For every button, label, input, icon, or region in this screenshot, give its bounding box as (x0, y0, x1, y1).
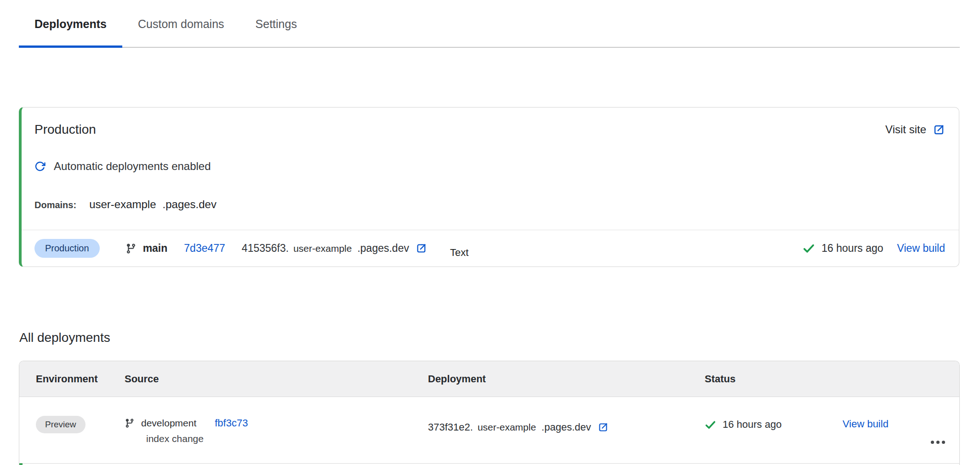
domains-row: Domains: user-example .pages.dev (34, 198, 217, 212)
success-check-icon (705, 419, 716, 431)
text-annotation: Text (450, 247, 468, 259)
source-cell: development fbf3c73 index change (125, 397, 428, 463)
all-deployments-heading: All deployments (19, 330, 110, 345)
git-branch-icon (125, 243, 137, 254)
view-build-link[interactable]: View build (843, 418, 889, 430)
deployment-url-hash: 415356f3. (242, 242, 289, 255)
column-header-source: Source (125, 373, 428, 385)
commit-link[interactable]: fbf3c73 (215, 417, 248, 429)
production-card: Production Visit site Automatic deployme… (19, 107, 959, 267)
tab-settings[interactable]: Settings (240, 0, 313, 48)
external-link-icon (933, 124, 945, 136)
tabs: Deployments Custom domains Settings (19, 0, 960, 48)
git-branch-icon (125, 418, 135, 428)
production-title: Production (34, 122, 96, 137)
deployments-table: Environment Source Deployment Status Pre… (19, 361, 960, 465)
deployment-table-row: Preview development fbf3c73 index change… (19, 397, 959, 464)
tab-deployments[interactable]: Deployments (19, 0, 122, 48)
auto-deploy-text: Automatic deployments enabled (54, 159, 211, 174)
deployments-table-header: Environment Source Deployment Status (19, 361, 959, 397)
tab-bar: Deployments Custom domains Settings (19, 0, 960, 48)
production-deployment-row: Production main 7d3e477 415356f3. user-e… (34, 230, 945, 267)
auto-deploy-row: Automatic deployments enabled (34, 159, 211, 174)
column-header-deployment: Deployment (428, 373, 705, 385)
production-card-header: Production Visit site (34, 122, 945, 137)
ellipsis-icon (931, 441, 934, 444)
status-time: 16 hours ago (723, 419, 781, 431)
deployment-url-suffix: .pages.dev (357, 242, 409, 255)
visit-site-link[interactable]: Visit site (885, 123, 945, 136)
commit-link[interactable]: 7d3e477 (184, 242, 225, 255)
tab-deployments-label: Deployments (34, 17, 107, 31)
tab-custom-domains[interactable]: Custom domains (122, 0, 240, 48)
domain-suffix: .pages.dev (163, 198, 217, 211)
refresh-icon (34, 161, 46, 172)
column-header-status: Status (705, 373, 843, 385)
deployment-url-external-link-icon[interactable] (416, 243, 427, 254)
tab-settings-label: Settings (256, 17, 297, 31)
commit-message: index change (146, 433, 428, 444)
production-row-status: 16 hours ago View build (803, 242, 945, 255)
deployment-url-subdomain: user-example (478, 422, 536, 433)
tab-custom-domains-label: Custom domains (138, 17, 224, 31)
branch-name: main (143, 242, 168, 255)
environment-badge-preview: Preview (36, 416, 85, 433)
deployment-url-hash: 373f31e2. (428, 421, 473, 433)
row-menu-button[interactable] (931, 421, 959, 463)
environment-badge-production: Production (34, 239, 100, 258)
deployment-url-subdomain: user-example (293, 243, 352, 254)
column-header-environment: Environment (36, 373, 125, 385)
domain-subdomain: user-example (89, 198, 156, 211)
next-row-indicator (19, 463, 23, 465)
view-build-link[interactable]: View build (897, 242, 945, 255)
pages-project-page: Deployments Custom domains Settings Prod… (0, 0, 980, 465)
deployment-url-external-link-icon[interactable] (598, 422, 609, 433)
branch-name: development (141, 418, 196, 429)
status-time: 16 hours ago (821, 242, 883, 255)
status-cell: 16 hours ago (705, 417, 843, 432)
deployment-cell: 373f31e2. user-example .pages.dev (428, 417, 705, 437)
deployment-url-suffix: .pages.dev (541, 421, 591, 433)
visit-site-label: Visit site (885, 123, 926, 136)
view-build-cell: View build (843, 418, 931, 463)
success-check-icon (803, 242, 815, 255)
environment-cell: Preview (36, 397, 125, 463)
domains-label: Domains: (34, 198, 76, 212)
